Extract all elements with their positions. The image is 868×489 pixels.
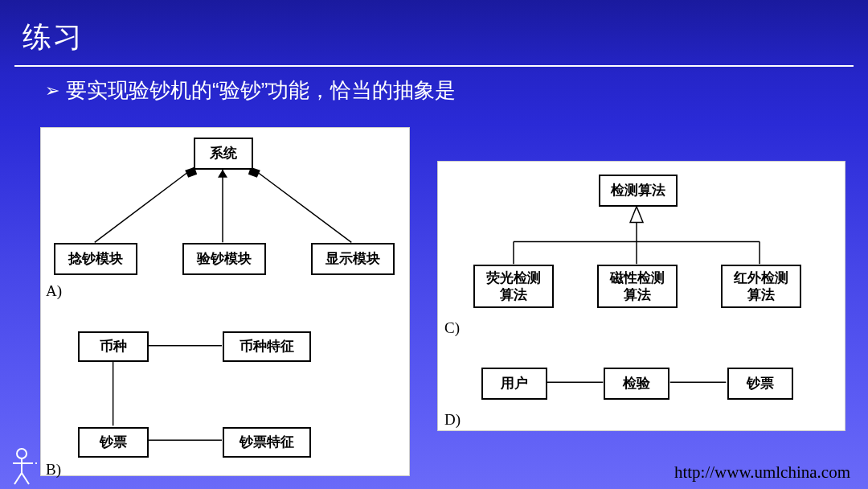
box-verify: 检验 — [604, 368, 669, 400]
box-module-display: 显示模块 — [311, 243, 395, 275]
stick-figure-icon — [10, 447, 37, 486]
svg-marker-10 — [630, 207, 643, 223]
footer-url: http://www.umlchina.com — [674, 462, 850, 483]
box-system: 系统 — [194, 138, 253, 170]
box-banknote2: 钞票 — [727, 368, 793, 400]
box-fluorescent: 荧光检测 算法 — [473, 265, 554, 308]
box-infrared: 红外检测 算法 — [721, 265, 801, 308]
box-module-money: 捻钞模块 — [54, 243, 137, 275]
bullet-line: ➢ 要实现验钞机的“验钞”功能，恰当的抽象是 — [0, 67, 868, 113]
panel-right: 检测算法 荧光检测 算法 磁性检测 算法 红外检测 算法 C) 用户 检验 钞票… — [437, 161, 845, 431]
box-module-verify: 验钞模块 — [182, 243, 266, 275]
svg-point-18 — [17, 449, 27, 458]
panel-a-lines — [41, 128, 409, 475]
box-currency-feature: 币种特征 — [223, 331, 311, 362]
page-title: 练习 — [0, 0, 868, 65]
box-magnetic: 磁性检测 算法 — [597, 265, 678, 308]
diagram-area: 系统 捻钞模块 验钞模块 显示模块 A) 币种 币种特征 钞票 钞票特征 B) … — [40, 127, 850, 478]
label-c: C) — [444, 319, 460, 337]
panel-left: 系统 捻钞模块 验钞模块 显示模块 A) 币种 币种特征 钞票 钞票特征 B) — [40, 127, 410, 476]
svg-line-0 — [95, 167, 194, 243]
box-user: 用户 — [481, 368, 547, 400]
box-banknote-feature: 钞票特征 — [223, 427, 311, 458]
svg-line-4 — [251, 167, 351, 243]
label-a: A) — [46, 282, 62, 300]
box-currency: 币种 — [78, 331, 149, 362]
svg-line-22 — [22, 473, 29, 484]
box-banknote: 钞票 — [78, 427, 149, 458]
label-d: D) — [444, 411, 461, 429]
bullet-text: 要实现验钞机的“验钞”功能，恰当的抽象是 — [66, 76, 456, 105]
svg-marker-3 — [218, 170, 227, 178]
box-detect-algo: 检测算法 — [599, 175, 678, 207]
label-b: B) — [46, 461, 61, 479]
bullet-arrow-icon: ➢ — [45, 80, 59, 101]
svg-line-21 — [14, 473, 22, 484]
